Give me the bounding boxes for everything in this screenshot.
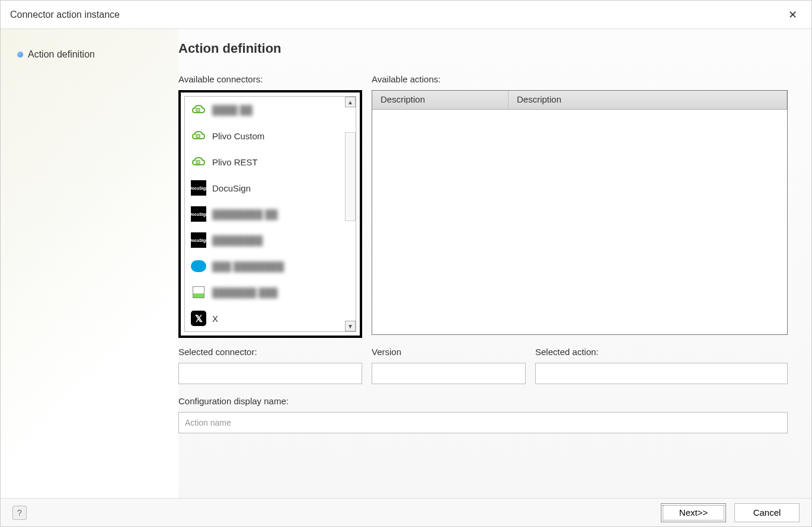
cancel-button[interactable]: Cancel — [734, 503, 800, 522]
sidebar-item-action-definition[interactable]: Action definition — [12, 47, 167, 62]
main-content: Action definition Available connectors: … — [178, 29, 811, 498]
step-dot-icon — [17, 52, 23, 58]
dialog-body: Action definition Action definition Avai… — [1, 29, 811, 498]
connectors-panel: Available connectors: ████ ██Plivo Custo… — [178, 74, 362, 335]
connector-item[interactable]: DocuSign████████ ██ — [185, 201, 356, 227]
cloud-green-icon — [191, 104, 206, 116]
wizard-sidebar: Action definition — [1, 29, 178, 498]
connector-item[interactable]: ███ ████████ — [185, 253, 356, 279]
actions-table-header: Description Description — [372, 91, 787, 110]
connector-icon-wrapper — [191, 258, 206, 274]
config-row: Configuration display name: — [178, 396, 788, 433]
dialog-footer: ? Next>> Cancel — [1, 498, 811, 526]
connectors-list-content: ████ ██Plivo CustomPlivo RESTDocuSignDoc… — [185, 97, 356, 331]
help-icon: ? — [17, 508, 22, 518]
selected-connector-label: Selected connector: — [178, 347, 362, 357]
page-heading: Action definition — [178, 41, 788, 56]
connector-label: ████ ██ — [212, 105, 252, 115]
config-display-input[interactable] — [178, 412, 788, 433]
docusign-icon: DocuSign — [191, 180, 206, 196]
connectors-highlight-frame: ████ ██Plivo CustomPlivo RESTDocuSignDoc… — [178, 90, 362, 338]
connector-icon-wrapper — [191, 128, 206, 143]
selected-connector-group: Selected connector: — [178, 347, 362, 384]
cloud-green-icon — [191, 130, 206, 142]
scroll-down-button[interactable]: ▼ — [345, 321, 356, 331]
connector-label: X — [212, 314, 218, 324]
dialog-window: Connector action instance ✕ Action defin… — [0, 0, 812, 527]
connector-item[interactable]: DocuSign████████ — [185, 227, 356, 253]
actions-table[interactable]: Description Description — [372, 90, 788, 335]
connector-label: Plivo REST — [212, 157, 258, 167]
selected-connector-input[interactable] — [178, 363, 362, 384]
connector-icon-wrapper: DocuSign — [191, 206, 206, 222]
scroll-thumb[interactable] — [345, 132, 356, 221]
actions-panel: Available actions: Description Descripti… — [372, 74, 788, 335]
close-button[interactable]: ✕ — [783, 5, 802, 24]
connector-label: Plivo Custom — [212, 131, 264, 141]
salesforce-icon — [191, 260, 206, 272]
connector-label: ████████ — [212, 235, 263, 245]
scroll-up-button[interactable]: ▲ — [345, 97, 356, 107]
connector-icon-wrapper: DocuSign — [191, 180, 206, 196]
version-label: Version — [372, 347, 526, 357]
fields-row-1: Selected connector: Version Selected act… — [178, 347, 788, 384]
docusign-icon: DocuSign — [191, 206, 206, 222]
connector-label: ███ ████████ — [212, 261, 284, 272]
table-header-description-1[interactable]: Description — [372, 91, 509, 109]
connector-icon-wrapper — [191, 154, 206, 170]
svg-rect-0 — [196, 108, 200, 111]
close-icon: ✕ — [788, 8, 797, 21]
connector-icon-wrapper: 𝕏 — [191, 311, 206, 326]
titlebar: Connector action instance ✕ — [1, 1, 811, 29]
cloud-green-icon — [191, 156, 206, 168]
help-button[interactable]: ? — [12, 506, 27, 520]
config-display-label: Configuration display name: — [178, 396, 788, 406]
connector-item[interactable]: ███████ ███ — [185, 279, 356, 305]
connector-label: DocuSign — [212, 183, 251, 193]
footer-buttons: Next>> Cancel — [661, 503, 800, 522]
connector-item[interactable]: Plivo REST — [185, 149, 356, 175]
connector-icon-wrapper — [191, 285, 206, 300]
docusign-icon: DocuSign — [191, 232, 206, 248]
selected-action-label: Selected action: — [535, 347, 788, 357]
connector-icon-wrapper: DocuSign — [191, 232, 206, 248]
available-actions-label: Available actions: — [372, 74, 788, 84]
version-input[interactable] — [372, 363, 526, 384]
table-header-description-2[interactable]: Description — [509, 91, 787, 109]
connector-item[interactable]: 𝕏X — [185, 305, 356, 331]
next-button[interactable]: Next>> — [661, 503, 726, 522]
connector-label: ████████ ██ — [212, 209, 277, 219]
connectors-listbox[interactable]: ████ ██Plivo CustomPlivo RESTDocuSignDoc… — [184, 96, 356, 332]
connector-item[interactable]: DocuSignDocuSign — [185, 175, 356, 201]
sidebar-item-label: Action definition — [28, 49, 95, 60]
connector-label: ███████ ███ — [212, 288, 277, 298]
selected-action-group: Selected action: — [535, 347, 788, 384]
selected-action-input[interactable] — [535, 363, 788, 384]
connector-item[interactable]: ████ ██ — [185, 97, 356, 123]
connector-icon-wrapper — [191, 102, 206, 117]
panels-row: Available connectors: ████ ██Plivo Custo… — [178, 74, 788, 335]
svg-rect-3 — [196, 135, 200, 138]
available-connectors-label: Available connectors: — [178, 74, 362, 84]
image-icon — [193, 286, 204, 298]
titlebar-title: Connector action instance — [10, 9, 120, 20]
connector-item[interactable]: Plivo Custom — [185, 123, 356, 149]
version-group: Version — [372, 347, 526, 384]
svg-rect-6 — [196, 161, 200, 164]
x-logo-icon: 𝕏 — [191, 311, 206, 326]
